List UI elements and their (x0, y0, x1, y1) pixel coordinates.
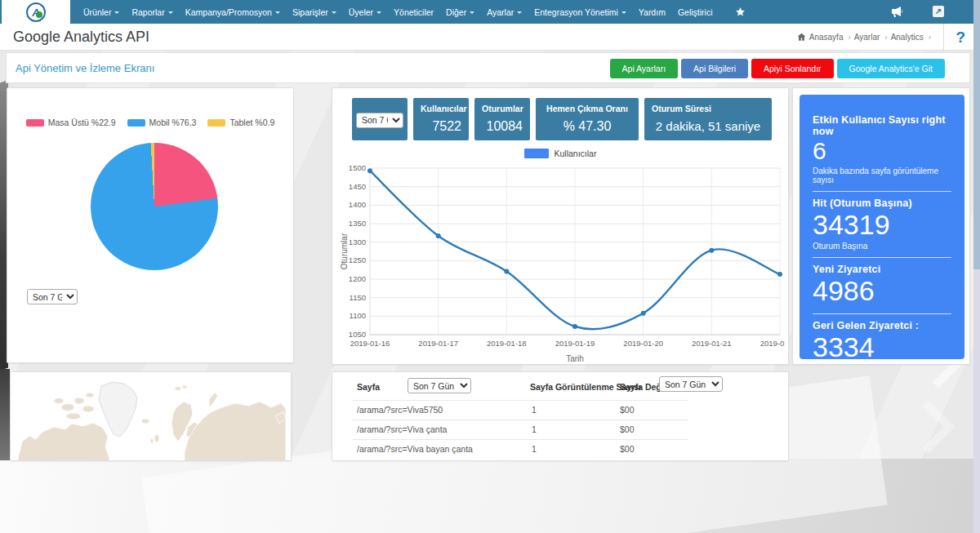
svg-text:Oturumlar: Oturumlar (341, 233, 349, 269)
table-row[interactable]: /arama/?src=Viva bayan çanta 1 $00 (332, 439, 788, 459)
table-row[interactable]: /arama/?src=Viva5750 1 $00 (332, 400, 788, 420)
returning-visitors-label: Geri Gelen Ziyaretci : (813, 320, 951, 331)
page-cell: /arama/?src=Viva çanta (357, 424, 447, 434)
nav-item-raporlar[interactable]: Raporlar (131, 7, 172, 17)
pie-legend: Masa Üstü %22.9 Mobil %76.3 Tablet %0.9 (7, 118, 293, 127)
page-scrollbar[interactable] (973, 0, 980, 533)
toolbar-title: Api Yönetim ve İzleme Ekranı (16, 62, 154, 74)
stat-box-oturumlar: Oturumlar 10084 (474, 98, 530, 140)
go-to-google-analytics-button[interactable]: Google Analytics'e Git (837, 59, 945, 78)
svg-text:2019-01-21: 2019-01-21 (692, 339, 732, 348)
views-cell: 1 (532, 405, 537, 415)
svg-text:Tarih: Tarih (566, 354, 584, 363)
stats-row: Son 7 Gün Kullanıcılar 7522 Oturumlar 10… (352, 98, 772, 140)
svg-text:1350: 1350 (349, 219, 366, 228)
page-bottom-background (0, 459, 980, 533)
kullanicilar-series-swatch (524, 149, 549, 158)
megaphone-icon[interactable] (890, 5, 903, 18)
page-cell: /arama/?src=Viva5750 (357, 405, 443, 415)
stat-label: Kullanıcılar (421, 104, 461, 113)
nav-item-yardim[interactable]: Yardım (639, 7, 666, 17)
value-cell: $00 (620, 444, 635, 454)
nav-item-diger[interactable]: Diğer (446, 7, 474, 17)
legend-item-tablet[interactable]: Tablet %0.9 (207, 118, 274, 127)
nav-item-entegrasyon-yonetimi[interactable]: Entegrasyon Yönetimi (534, 7, 626, 17)
world-map[interactable] (16, 376, 286, 461)
brand-logo[interactable]: A (2, 0, 70, 24)
legend-item-masa-ustu[interactable]: Masa Üstü %22.9 (26, 118, 116, 127)
svg-text:1300: 1300 (349, 238, 366, 247)
left-edge-decoration-lower (0, 369, 10, 460)
svg-text:1200: 1200 (349, 274, 366, 283)
stat-box-kullanicilar: Kullanıcılar 7522 (413, 98, 469, 140)
breadcrumb-ayarlar[interactable]: Ayarlar (854, 33, 888, 42)
stat-box-hemen-cikma-orani: Hemen Çıkma Oranı % 47.30 (536, 98, 639, 140)
scrollbar-thumb[interactable] (973, 0, 980, 269)
active-users-value: 6 (813, 137, 951, 166)
device-pie[interactable] (91, 143, 218, 270)
nav-item-urunler[interactable]: Ürünler (83, 7, 119, 17)
main-menu: Ürünler Raporlar Kampanya/Promosyon Sipa… (83, 7, 746, 17)
hits-sub: Oturum Başına (813, 242, 951, 251)
stat-value: 2 dakika, 51 saniye (652, 119, 764, 133)
sessions-overview-card: Son 7 Gün Kullanıcılar 7522 Oturumlar 10… (332, 87, 789, 365)
sessions-chart[interactable]: 2019-01-162019-01-172019-01-182019-01-19… (341, 162, 785, 364)
home-icon[interactable] (797, 33, 806, 42)
divider (813, 191, 951, 192)
new-visitors-value: 4986 (813, 275, 951, 307)
value-cell: $00 (620, 405, 635, 415)
help-button[interactable]: ? (943, 24, 965, 51)
divider (813, 313, 951, 314)
hits-label: Hit (Oturum Başına) (813, 198, 951, 209)
nav-item-siparisler[interactable]: Siparişler (292, 7, 336, 17)
device-breakdown-card: Masa Üstü %22.9 Mobil %76.3 Tablet %0.9 … (7, 87, 294, 363)
analytics-dashboard-page: A Ürünler Raporlar Kampanya/Promosyon Si… (0, 0, 980, 533)
nav-item-ayarlar[interactable]: Ayarlar (487, 7, 522, 17)
favorites-star-icon[interactable] (735, 7, 746, 17)
returning-visitors-value: 3334 (813, 331, 951, 359)
table-period-select-1[interactable]: Son 7 Gün (408, 378, 471, 393)
svg-text:1050: 1050 (349, 330, 366, 339)
api-settings-button[interactable]: Api Ayarları (610, 59, 679, 78)
stat-value: 7522 (421, 119, 461, 134)
active-users-label: Etkin Kullanıcı Sayısı right now (813, 114, 951, 137)
svg-text:2019-01-16: 2019-01-16 (350, 339, 390, 348)
active-users-sub: Dakika bazında sayfa görüntüleme sayısı (813, 167, 951, 184)
brand-logo-icon: A (26, 2, 46, 22)
legend-label: Tablet %0.9 (229, 118, 274, 127)
line-chart-legend[interactable]: Kullanıcılar (332, 149, 788, 158)
pie-period-select[interactable]: Son 7 Gün (27, 289, 78, 304)
breadcrumb-anasayfa[interactable]: Anasayfa (809, 33, 851, 42)
svg-text:1450: 1450 (349, 182, 366, 191)
views-cell: 1 (532, 424, 537, 434)
page-header: Google Analytics API Anasayfa Ayarlar An… (0, 24, 980, 51)
nav-item-kampanya-promosyon[interactable]: Kampanya/Promosyon (185, 7, 280, 17)
toolbar-buttons: Api Ayarları Api Bilgileri Apiyi Sonland… (610, 59, 945, 78)
value-cell: $00 (620, 424, 635, 434)
nav-item-yoneticiler[interactable]: Yöneticiler (394, 7, 434, 17)
realtime-card: Etkin Kullanıcı Sayısı right now 6 Dakik… (792, 87, 970, 365)
breadcrumb-analytics[interactable]: Analytics (891, 33, 931, 42)
column-header-sayfa[interactable]: Sayfa (357, 382, 380, 392)
external-link-icon[interactable] (933, 5, 944, 18)
api-toolbar: Api Yönetim ve İzleme Ekranı Api Ayarlar… (6, 52, 970, 83)
stats-period-select[interactable]: Son 7 Gün (356, 113, 403, 128)
tablet-swatch (207, 119, 225, 127)
divider (813, 257, 951, 258)
svg-text:2019-01-22: 2019-01-22 (760, 339, 785, 348)
masa-ustu-swatch (26, 119, 44, 127)
nav-item-uyeler[interactable]: Üyeler (349, 7, 381, 17)
brand-logo-dot (36, 11, 42, 18)
svg-text:1250: 1250 (349, 255, 366, 264)
svg-text:1500: 1500 (349, 163, 366, 172)
legend-label: Mobil %76.3 (149, 118, 197, 127)
legend-label: Masa Üstü %22.9 (48, 118, 116, 127)
nav-item-gelistirici[interactable]: Geliştirici (678, 7, 713, 17)
table-row[interactable]: /arama/?src=Viva çanta 1 $00 (332, 420, 788, 439)
hits-value: 34319 (813, 209, 951, 241)
table-period-select-2[interactable]: Son 7 Gün (659, 376, 723, 392)
svg-text:2019-01-18: 2019-01-18 (487, 339, 527, 348)
api-info-button[interactable]: Api Bilgileri (681, 59, 748, 78)
api-terminate-button[interactable]: Apiyi Sonlandır (751, 59, 834, 78)
legend-item-mobil[interactable]: Mobil %76.3 (127, 118, 197, 127)
